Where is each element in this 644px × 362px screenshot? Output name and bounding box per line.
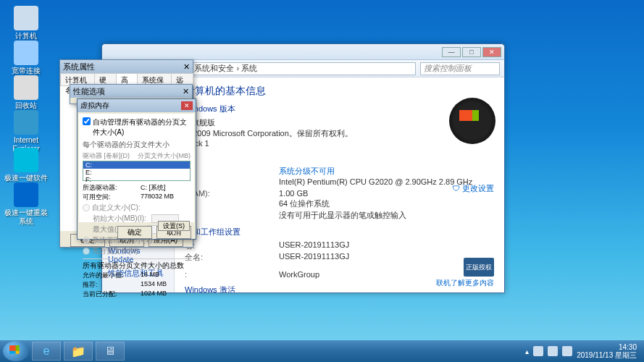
- section-edition: Windows 版本: [185, 104, 494, 114]
- tray-expand-icon[interactable]: ▴: [525, 348, 529, 355]
- set-button[interactable]: 设置(S): [158, 221, 190, 231]
- titlebar[interactable]: 虚拟内存✕: [78, 99, 196, 112]
- radio-no-paging[interactable]: 无分页文件(N): [83, 246, 191, 256]
- desktop-icon-computer[interactable]: 计算机: [4, 6, 48, 41]
- systype-value: 64 位操作系统: [279, 198, 494, 209]
- desktop-icon-ie[interactable]: Internet Explorer: [4, 110, 48, 153]
- radio-custom[interactable]: 自定义大小(C):: [83, 203, 191, 213]
- windows-logo-icon: [449, 98, 495, 144]
- close-button[interactable]: ✕: [482, 47, 501, 57]
- windows-icon: [9, 345, 22, 357]
- maximize-button[interactable]: □: [462, 47, 481, 57]
- main-pane: 计算机的基本信息 Windows 版本 7 旗舰版 © 2009 Microso…: [175, 77, 504, 292]
- service-pack: Pack 1: [185, 139, 494, 148]
- totals-heading: 所有驱动器分页文件大小的总数: [83, 261, 191, 271]
- genuine-badge: 正版授权: [464, 258, 494, 277]
- pen-value: 没有可用于此显示器的笔或触控输入: [279, 210, 494, 221]
- task-system[interactable]: 🖥: [96, 342, 125, 361]
- each-drive-label: 每个驱动器的分页文件大小: [83, 140, 191, 150]
- close-icon[interactable]: ✕: [183, 62, 190, 72]
- task-explorer[interactable]: 📁: [64, 342, 93, 361]
- computer-name: USER-20191113GJ: [279, 240, 494, 251]
- tray-flag-icon[interactable]: [533, 346, 543, 356]
- start-button[interactable]: [3, 341, 29, 361]
- full-name: USER-20191113GJ: [279, 252, 494, 263]
- close-icon[interactable]: ✕: [183, 87, 189, 96]
- tray-volume-icon[interactable]: [548, 346, 558, 356]
- tray-network-icon[interactable]: [562, 346, 572, 356]
- dialog-virtual-memory: 虚拟内存✕ 自动管理所有驱动器的分页文件大小(A) 每个驱动器的分页文件大小 驱…: [77, 98, 196, 240]
- rating-link[interactable]: 系统分级不可用: [279, 166, 494, 177]
- titlebar[interactable]: 系统属性✕: [60, 60, 193, 73]
- copyright: © 2009 Microsoft Corporation。保留所有权利。: [185, 128, 494, 139]
- task-ie[interactable]: e: [32, 342, 61, 361]
- desktop-icon-broadband[interactable]: 宽带连接: [4, 41, 48, 75]
- drive-item[interactable]: C:: [83, 161, 190, 169]
- change-settings-link[interactable]: 🛡 更改设置: [452, 183, 494, 194]
- desktop-icon-app1[interactable]: 极速一键软件: [4, 148, 48, 182]
- system-tray: ▴ 14:30 2019/11/13 星期三: [525, 343, 641, 359]
- drive-item[interactable]: E:: [83, 169, 190, 176]
- section-network: 域和工作组设置: [185, 227, 494, 237]
- search-input[interactable]: 搜索控制面板: [420, 62, 500, 75]
- ok-button[interactable]: 确定: [117, 226, 152, 239]
- desktop-icon-app2[interactable]: 极速一键重装系统: [4, 182, 48, 226]
- auto-manage-checkbox[interactable]: 自动管理所有驱动器的分页文件大小(A): [83, 117, 191, 138]
- drive-list[interactable]: C: E: F:: [83, 161, 191, 181]
- close-button[interactable]: ✕: [181, 101, 193, 110]
- titlebar[interactable]: 性能选项✕: [70, 85, 192, 98]
- page-title: 计算机的基本信息: [185, 85, 494, 98]
- desktop-icon-recycle[interactable]: 回收站: [4, 75, 48, 110]
- edition-value: 7 旗舰版: [185, 117, 494, 128]
- titlebar[interactable]: — □ ✕: [102, 44, 504, 60]
- learn-more-link[interactable]: 联机了解更多内容: [436, 278, 494, 288]
- minimize-button[interactable]: —: [442, 47, 461, 57]
- clock[interactable]: 14:30 2019/11/13 星期三: [577, 343, 637, 359]
- taskbar: e 📁 🖥 ▴ 14:30 2019/11/13 星期三: [0, 340, 644, 362]
- drive-item[interactable]: F:: [83, 176, 190, 183]
